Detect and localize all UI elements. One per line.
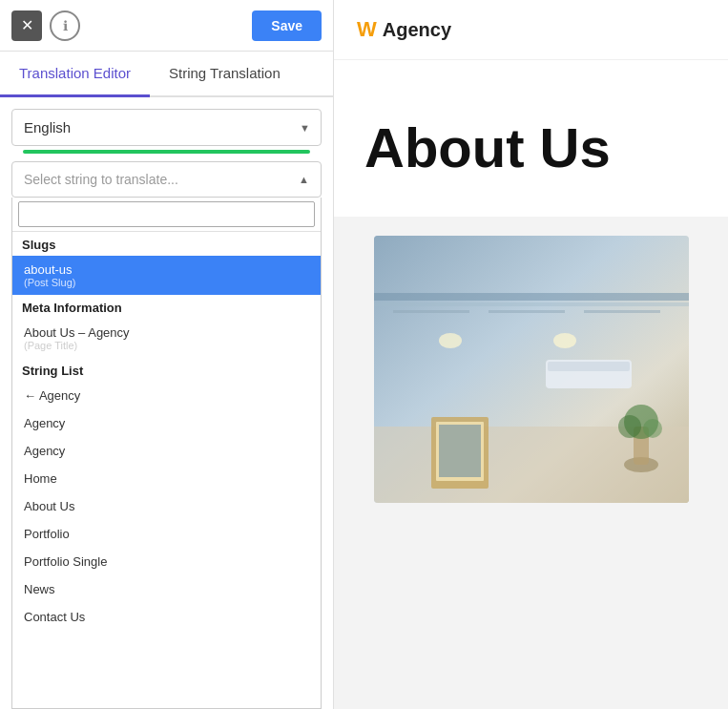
- left-panel: ✕ ℹ Save Translation Editor String Trans…: [0, 0, 334, 709]
- room-decoration: [374, 236, 689, 503]
- hero-section: About Us: [334, 60, 728, 217]
- string-select-trigger[interactable]: Select string to translate... ▲: [11, 161, 322, 198]
- list-item-back-agency[interactable]: ← Agency: [12, 382, 321, 409]
- item-sub: (Page Title): [24, 340, 309, 351]
- item-text: News: [24, 582, 55, 596]
- right-panel: W Agency About Us: [334, 0, 728, 709]
- list-item-home[interactable]: Home: [12, 465, 321, 492]
- list-item-agency-1[interactable]: Agency: [12, 409, 321, 437]
- search-wrap: [12, 198, 321, 232]
- site-header: W Agency: [334, 0, 728, 60]
- item-text: About Us: [24, 499, 74, 513]
- list-item-about-us[interactable]: About Us: [12, 492, 321, 520]
- svg-point-6: [439, 333, 462, 348]
- tab-bar: Translation Editor String Translation: [0, 52, 333, 97]
- preview-image: [374, 236, 689, 503]
- site-logo: W Agency: [357, 17, 451, 42]
- list-item-news[interactable]: News: [12, 575, 321, 603]
- list-item-agency-2[interactable]: Agency: [12, 437, 321, 465]
- svg-rect-3: [393, 310, 469, 313]
- item-text: Agency: [24, 416, 65, 430]
- list-item-contact-us[interactable]: Contact Us: [12, 603, 321, 631]
- search-input[interactable]: [18, 201, 315, 227]
- item-text: ← Agency: [24, 388, 80, 403]
- list-item-about-us-slug[interactable]: about-us (Post Slug): [12, 256, 321, 295]
- svg-point-18: [643, 419, 662, 438]
- preview-gray-section: [334, 217, 728, 709]
- string-selector-wrap: Select string to translate... ▲: [0, 154, 333, 198]
- item-sub: (Post Slug): [24, 277, 309, 288]
- hero-title: About Us: [364, 117, 697, 178]
- top-bar: ✕ ℹ Save: [0, 0, 333, 52]
- svg-rect-5: [584, 310, 660, 313]
- site-name: Agency: [383, 19, 451, 41]
- tab-translation-editor[interactable]: Translation Editor: [0, 52, 150, 97]
- svg-rect-13: [439, 425, 481, 477]
- item-text: About Us – Agency: [24, 325, 130, 340]
- dropdown-list: Slugs about-us (Post Slug) Meta Informat…: [11, 198, 322, 709]
- item-text: Agency: [24, 444, 65, 458]
- save-button[interactable]: Save: [252, 10, 322, 41]
- group-label-slugs: Slugs: [12, 232, 321, 256]
- chevron-up-icon: ▲: [299, 174, 309, 185]
- item-text: Contact Us: [24, 610, 85, 624]
- svg-point-17: [618, 415, 641, 438]
- list-item-portfolio[interactable]: Portfolio: [12, 520, 321, 548]
- group-label-string-list: String List: [12, 358, 321, 382]
- svg-point-7: [553, 333, 576, 348]
- svg-rect-4: [489, 310, 565, 313]
- item-text: Home: [24, 471, 57, 486]
- logo-icon: W: [357, 17, 377, 42]
- svg-rect-2: [374, 302, 689, 306]
- svg-rect-1: [374, 293, 689, 301]
- list-item-portfolio-single[interactable]: Portfolio Single: [12, 548, 321, 575]
- close-button[interactable]: ✕: [11, 10, 42, 41]
- tab-string-translation[interactable]: String Translation: [150, 52, 300, 97]
- item-text: Portfolio: [24, 527, 70, 541]
- language-select[interactable]: English French German Spanish: [11, 109, 322, 146]
- item-text: Portfolio Single: [24, 554, 107, 569]
- item-text: about-us: [24, 262, 73, 277]
- group-label-meta: Meta Information: [12, 295, 321, 319]
- string-select-placeholder: Select string to translate...: [24, 172, 178, 187]
- svg-rect-9: [548, 362, 630, 371]
- info-button[interactable]: ℹ: [50, 10, 80, 41]
- list-item-page-title[interactable]: About Us – Agency (Page Title): [12, 319, 321, 358]
- language-selector-wrap: English French German Spanish: [0, 97, 333, 154]
